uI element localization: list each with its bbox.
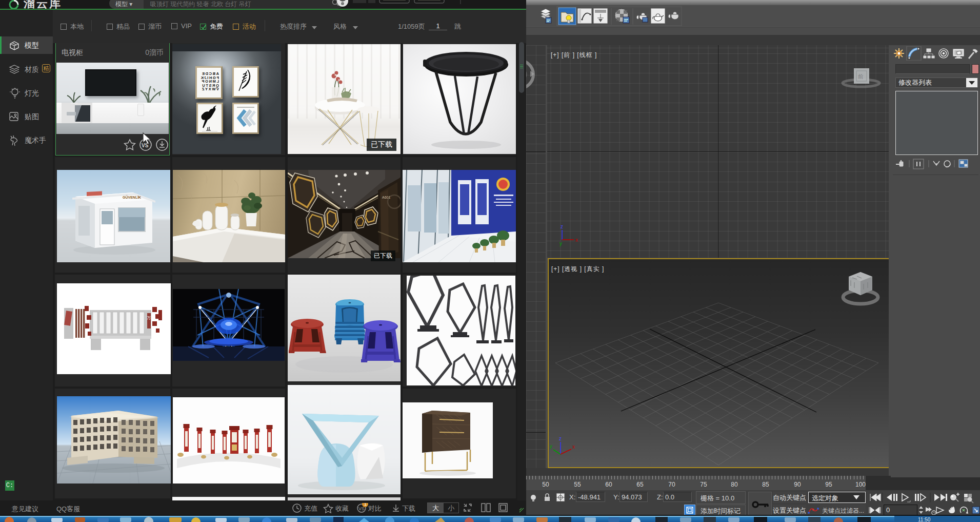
- svg-text:x: x: [575, 237, 578, 243]
- svg-text:y: y: [550, 443, 552, 449]
- svg-text:收藏: 收藏: [335, 505, 349, 512]
- svg-text:x: x: [572, 444, 575, 450]
- svg-text:A601: A601: [382, 196, 390, 199]
- svg-text:下载: 下载: [402, 505, 415, 512]
- svg-text:y: y: [559, 241, 562, 246]
- svg-text:GÜVENLİK: GÜVENLİK: [123, 195, 141, 199]
- svg-text:对比: 对比: [368, 505, 382, 512]
- svg-text:万: 万: [147, 316, 151, 320]
- svg-text:z: z: [561, 224, 563, 229]
- svg-text:前: 前: [857, 73, 864, 80]
- svg-text:1: 1: [364, 503, 367, 507]
- svg-text:z: z: [559, 436, 562, 441]
- svg-text:VS: VS: [358, 506, 365, 511]
- svg-text:11:50: 11:50: [918, 517, 931, 522]
- svg-text:充值: 充值: [304, 505, 317, 512]
